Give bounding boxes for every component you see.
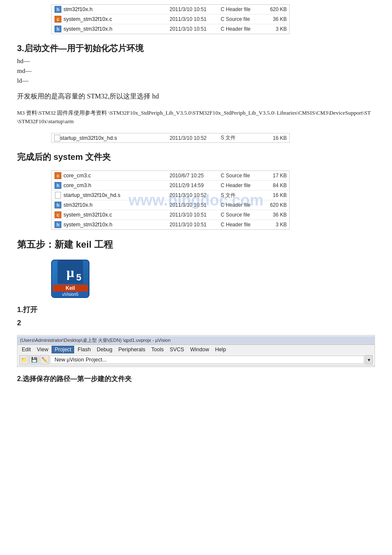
file-date: 2011/3/10 10:52	[170, 192, 221, 198]
file-name: core_cm3.c	[63, 173, 170, 179]
step5-heading: 第五步：新建 keil 工程	[17, 238, 375, 251]
step5-section: 第五步：新建 keil 工程 μ 5 Keil uVision5 1.打开 2	[17, 238, 375, 327]
menu-item-flash[interactable]: Flash	[75, 346, 93, 353]
startup-file-type: S 文件	[221, 134, 263, 142]
description1-section: 开发板用的是高容量的 STM32,所以这里选择 hd	[17, 92, 375, 101]
startup-file-icon	[54, 135, 60, 142]
hd-text: hd—	[17, 58, 375, 65]
h-icon: h	[55, 221, 61, 228]
file-size: 620 KB	[263, 6, 287, 12]
file-date: 2011/2/9 14:59	[170, 182, 221, 188]
keil-label-text: Keil	[53, 285, 88, 292]
file-type: C Header file	[221, 6, 263, 12]
file-date: 2010/6/7 10:25	[170, 173, 221, 179]
file-size: 3 KB	[263, 222, 287, 228]
s-icon	[55, 192, 61, 199]
table-row: c system_stm32f10x.c 2011/3/10 10:51 C S…	[52, 14, 289, 24]
h-icon: h	[55, 202, 61, 208]
file-type: C Source file	[221, 16, 263, 22]
menubar-section: (Users\Administrator\Desktop\桌上型 火柴\(EDN…	[17, 335, 375, 367]
system-folder-section: 完成后的 system 文件夹	[17, 151, 375, 163]
menubar-title: (Users\Administrator\Desktop\桌上型 火柴\(EDN…	[17, 336, 375, 345]
menu-item-view[interactable]: View	[35, 346, 51, 353]
h-icon: h	[55, 182, 61, 189]
toolbar-area: 📁 💾 ✏️ New µVision Project... ▼	[17, 354, 375, 366]
file-name: stm32f10x.h	[63, 6, 170, 12]
menubar-area: (Users\Administrator\Desktop\桌上型 火柴\(EDN…	[17, 335, 375, 367]
toolbar-btn-3[interactable]: ✏️	[40, 355, 49, 364]
keil-icon: μ 5 Keil uVision5	[51, 260, 89, 298]
table-row: h stm32f10x.h 2011/3/10 10:51 C Header f…	[52, 5, 289, 14]
new-project-button[interactable]: New µVision Project...	[50, 356, 364, 364]
file-date: 2011/3/10 10:51	[170, 212, 221, 218]
file-size: 36 KB	[263, 212, 287, 218]
file-name: system_stm32f10x.c	[63, 212, 170, 218]
file-date: 2011/3/10 10:51	[170, 6, 221, 12]
menu-item-svcs[interactable]: SVCS	[167, 346, 187, 353]
keil-icon-inner: μ 5	[58, 260, 83, 284]
ld-text: ld—	[17, 77, 375, 84]
keil-icon-container: μ 5 Keil uVision5	[51, 260, 89, 298]
file-icon: c	[54, 211, 62, 219]
menu-item-project[interactable]: Project	[52, 346, 74, 353]
toolbar-btn-1[interactable]: 📁	[19, 355, 29, 364]
startup-file-row: startup_stm32f10x_hd.s 2011/3/10 10:52 S…	[51, 133, 290, 143]
open-keil-text: 1.打开	[17, 305, 375, 315]
toolbar-btn-2[interactable]: 💾	[29, 355, 39, 364]
file-icon: h	[54, 6, 62, 13]
file-type: C Header file	[221, 182, 263, 188]
dropdown-arrow-icon[interactable]: ▼	[365, 355, 373, 364]
file-size: 36 KB	[263, 16, 287, 22]
c-icon: c	[55, 172, 61, 179]
file-icon: h	[54, 182, 62, 189]
system-folder-heading: 完成后的 system 文件夹	[17, 151, 375, 163]
s-icon	[54, 135, 60, 142]
menu-item-edit[interactable]: Edit	[19, 346, 34, 353]
table-row: h system_stm32f10x.h 2011/3/10 10:51 C H…	[52, 220, 289, 229]
file-type: C Source file	[221, 212, 263, 218]
file-type: C Source file	[221, 173, 263, 179]
menu-item-help[interactable]: Help	[213, 346, 229, 353]
startup-file-name: startup_stm32f10x_hd.s	[60, 135, 170, 141]
menu-item-peripherals[interactable]: Peripherals	[116, 346, 148, 353]
file-icon: h	[54, 201, 62, 209]
step2-number: 2	[17, 319, 375, 327]
c-icon: c	[55, 211, 61, 218]
file-size: 620 KB	[263, 202, 287, 208]
table-row: h stm32f10x.h 2011/3/10 10:51 C Header f…	[52, 200, 289, 210]
menu-item-debug[interactable]: Debug	[94, 346, 115, 353]
file-date: 2011/3/10 10:51	[170, 222, 221, 228]
table-row: c system_stm32f10x.c 2011/3/10 10:51 C S…	[52, 210, 289, 220]
file-type: C Header file	[221, 26, 263, 32]
h-icon: h	[55, 6, 61, 13]
keil-5-label: 5	[76, 272, 81, 283]
file-size: 3 KB	[263, 26, 287, 32]
step2-save-text: 2.选择保存的路径—第一步建的文件夹	[17, 375, 375, 384]
file-type: C Header file	[221, 202, 263, 208]
file-type: S 文件	[221, 192, 263, 199]
menu-item-tools[interactable]: Tools	[149, 346, 166, 353]
section3-block: 3.启动文件—用于初始化芯片环境 hd— md— ld—	[17, 43, 375, 84]
startup-file-size: 16 KB	[263, 135, 287, 141]
file-icon: h	[54, 25, 62, 33]
table-row: h core_cm3.h 2011/2/9 14:59 C Header fil…	[52, 181, 289, 191]
file-name: core_cm3.h	[63, 182, 170, 188]
menu-item-window[interactable]: Window	[187, 346, 211, 353]
file-date: 2011/3/10 10:51	[170, 26, 221, 32]
file-size: 16 KB	[263, 192, 287, 198]
table-row: startup_stm32f10x_hd.s 2011/3/10 10:52 S…	[52, 191, 289, 200]
system-table-section: www.bingdoc.com c core_cm3.c 2010/6/7 10…	[17, 171, 375, 230]
keil-sublabel-text: uVision5	[53, 292, 88, 297]
table-row: h system_stm32f10x.h 2011/3/10 10:51 C H…	[52, 24, 289, 34]
file-icon: c	[54, 172, 62, 179]
file-type: C Header file	[221, 222, 263, 228]
step2-save-section: 2.选择保存的路径—第一步建的文件夹	[17, 375, 375, 384]
startup-file-date: 2011/3/10 10:52	[170, 135, 221, 141]
top-file-table: h stm32f10x.h 2011/3/10 10:51 C Header f…	[51, 4, 290, 34]
path-text: M3 资料\STM32 固件库使用参考资料 \STM32F10x_StdPeri…	[17, 109, 375, 125]
file-size: 84 KB	[263, 182, 287, 188]
c-icon: c	[55, 16, 61, 23]
file-icon: c	[54, 15, 62, 23]
file-icon	[54, 191, 62, 199]
md-text: md—	[17, 67, 375, 75]
